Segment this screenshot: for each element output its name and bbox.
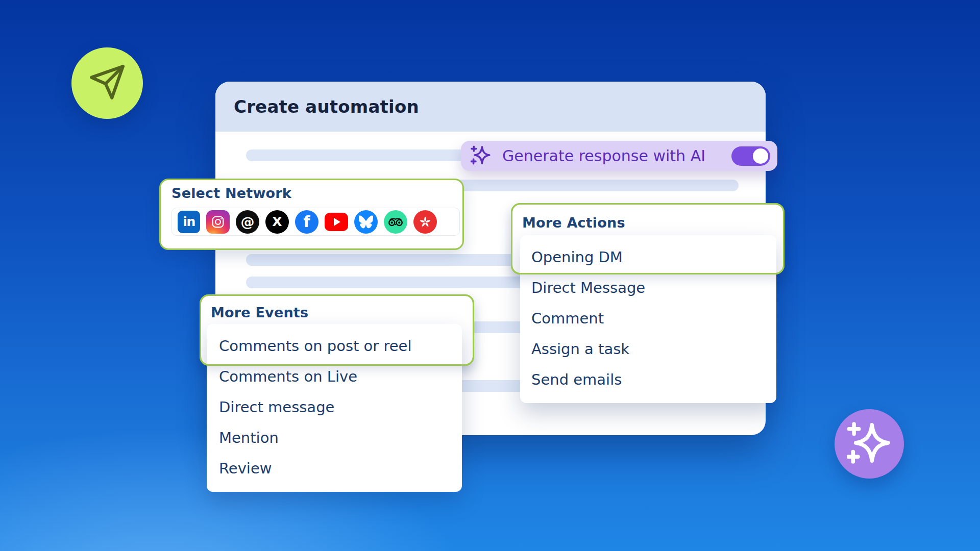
more-actions-dropdown: Opening DM Direct Message Comment Assign…	[520, 235, 776, 403]
yelp-icon[interactable]	[413, 210, 437, 234]
page-title: Create automation	[234, 96, 419, 117]
more-events-label: More Events	[211, 305, 308, 321]
menu-item-review[interactable]: Review	[207, 453, 462, 484]
menu-item-send-emails[interactable]: Send emails	[520, 364, 776, 395]
linkedin-icon[interactable]: in	[178, 211, 200, 233]
menu-item-assign-a-task[interactable]: Assign a task	[520, 334, 776, 364]
youtube-icon[interactable]	[325, 210, 348, 234]
menu-item-comments-live[interactable]: Comments on Live	[207, 361, 462, 392]
menu-item-direct-message[interactable]: Direct Message	[520, 272, 776, 303]
more-events-dropdown: Comments on post or reel Comments on Liv…	[207, 324, 462, 492]
generate-ai-pill[interactable]: Generate response with AI	[461, 141, 777, 171]
menu-item-opening-dm[interactable]: Opening DM	[520, 242, 776, 272]
network-icon-strip: in @ X f	[172, 208, 460, 236]
menu-item-direct-message[interactable]: Direct message	[207, 392, 462, 422]
send-icon	[88, 63, 126, 103]
instagram-icon[interactable]	[206, 210, 230, 234]
ai-pill-label: Generate response with AI	[502, 147, 705, 165]
threads-icon[interactable]: @	[236, 210, 259, 234]
card-header: Create automation	[215, 82, 766, 132]
ai-toggle-knob	[753, 148, 768, 164]
menu-item-comment[interactable]: Comment	[520, 303, 776, 334]
facebook-icon[interactable]: f	[295, 210, 318, 234]
tripadvisor-icon[interactable]	[384, 210, 407, 234]
bluesky-icon[interactable]	[354, 210, 378, 234]
select-network-label: Select Network	[172, 186, 291, 201]
sparkle-badge	[835, 409, 904, 479]
ai-sparkle-icon	[471, 145, 491, 167]
menu-item-comments-post-reel[interactable]: Comments on post or reel	[207, 331, 462, 361]
ai-toggle[interactable]	[731, 146, 770, 166]
menu-item-mention[interactable]: Mention	[207, 422, 462, 453]
sparkle-icon	[847, 420, 892, 467]
send-badge	[71, 47, 143, 119]
x-icon[interactable]: X	[265, 210, 289, 234]
more-actions-label: More Actions	[522, 215, 625, 231]
